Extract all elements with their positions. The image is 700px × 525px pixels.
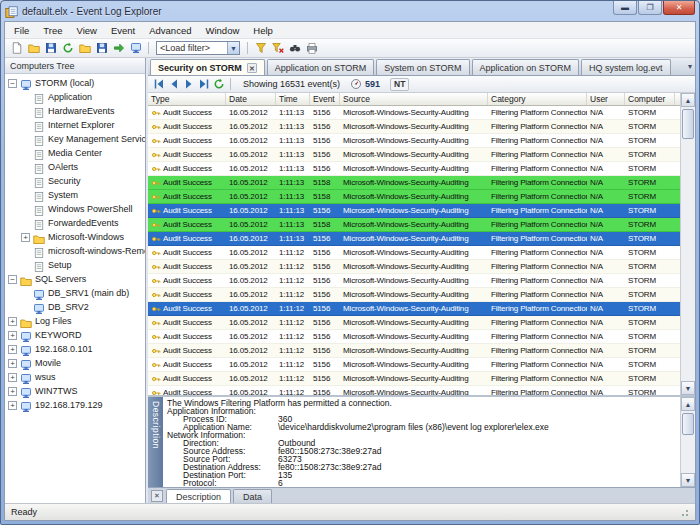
menu-advanced[interactable]: Advanced (142, 24, 198, 37)
open-workspace-icon[interactable] (25, 40, 42, 56)
first-event-icon[interactable] (151, 77, 166, 91)
column-header-computer[interactable]: Computer (625, 93, 675, 105)
load-log-icon[interactable] (110, 40, 127, 56)
tree-item-storm-local[interactable]: −STORM (local) (5, 76, 145, 90)
desc-scroll-track[interactable] (681, 411, 695, 473)
description-scrollbar[interactable]: ▲ ▼ (680, 397, 695, 487)
close-panel-icon[interactable]: ✕ (151, 490, 163, 502)
refresh-view-icon[interactable] (211, 77, 226, 91)
new-workspace-icon[interactable] (8, 40, 25, 56)
close-icon[interactable]: ✕ (663, 1, 695, 15)
titlebar[interactable]: default.elx - Event Log Explorer ▬ ❐ ✕ (1, 1, 699, 21)
tab-application-on-storm[interactable]: Application on STORM (267, 59, 374, 75)
expand-icon[interactable]: + (8, 373, 17, 382)
tree-item-movile[interactable]: +Movile (5, 356, 145, 370)
table-row[interactable]: Audit Success16.05.20121:11:135156Micros… (148, 232, 680, 246)
tab-hq-system-log-evt[interactable]: HQ system log.evt (581, 59, 671, 75)
desc-scroll-up-icon[interactable]: ▲ (681, 397, 695, 411)
tree-item-application[interactable]: Application (5, 90, 145, 104)
menu-event[interactable]: Event (104, 24, 142, 37)
table-row[interactable]: Audit Success16.05.20121:11:135158Micros… (148, 176, 680, 190)
table-row[interactable]: Audit Success16.05.20121:11:125156Micros… (148, 288, 680, 302)
tab-list-chevron-icon[interactable]: ▾ (688, 62, 692, 71)
maximize-icon[interactable]: ❐ (638, 1, 662, 15)
chevron-down-icon[interactable]: ▼ (227, 42, 239, 54)
tree-item-oalerts[interactable]: OAlerts (5, 160, 145, 174)
grid-scrollbar[interactable]: ▲ ▼ (680, 93, 695, 395)
description-side-tab[interactable]: Description (148, 397, 163, 487)
tree-item-log-files[interactable]: +Log Files (5, 314, 145, 328)
tree-item-keyword[interactable]: +KEYWORD (5, 328, 145, 342)
column-header-category[interactable]: Category (488, 93, 587, 105)
column-header-source[interactable]: Source (340, 93, 488, 105)
tree-item-system[interactable]: System (5, 188, 145, 202)
column-header-event[interactable]: Event (310, 93, 340, 105)
tree-item-hardwareevents[interactable]: HardwareEvents (5, 104, 145, 118)
scroll-up-icon[interactable]: ▲ (681, 93, 695, 107)
save-workspace-icon[interactable] (42, 40, 59, 56)
tree-item-internet-explorer[interactable]: Internet Explorer (5, 118, 145, 132)
tree-item-db-srv1-main-db[interactable]: DB_SRV1 (main db) (5, 286, 145, 300)
table-row[interactable]: Audit Success16.05.20121:11:125156Micros… (148, 386, 680, 395)
print-icon[interactable] (303, 40, 320, 56)
bottom-tab-description[interactable]: Description (166, 489, 231, 503)
table-row[interactable]: Audit Success16.05.20121:11:125156Micros… (148, 274, 680, 288)
expand-icon[interactable]: + (8, 387, 17, 396)
minimize-icon[interactable]: ▬ (613, 1, 637, 15)
tree-item-setup[interactable]: Setup (5, 258, 145, 272)
last-event-icon[interactable] (196, 77, 211, 91)
collapse-icon[interactable]: − (8, 275, 17, 284)
menu-tree[interactable]: Tree (36, 24, 69, 37)
tab-application-on-storm[interactable]: Application on STORM (472, 59, 579, 75)
desc-scroll-down-icon[interactable]: ▼ (681, 473, 695, 487)
tree-item-media-center[interactable]: Media Center (5, 146, 145, 160)
tab-system-on-storm[interactable]: System on STORM (376, 59, 469, 75)
menu-help[interactable]: Help (246, 24, 280, 37)
tab-security-on-storm[interactable]: Security on STORM✕ (150, 59, 265, 75)
expand-icon[interactable]: + (8, 331, 17, 340)
expand-icon[interactable]: + (21, 233, 30, 242)
table-row[interactable]: Audit Success16.05.20121:11:135156Micros… (148, 120, 680, 134)
tree-item-sql-servers[interactable]: −SQL Servers (5, 272, 145, 286)
prev-event-icon[interactable] (166, 77, 181, 91)
table-row[interactable]: Audit Success16.05.20121:11:135158Micros… (148, 218, 680, 232)
tree-item-key-management-service[interactable]: Key Management Service (5, 132, 145, 146)
table-row[interactable]: Audit Success16.05.20121:11:125156Micros… (148, 302, 680, 316)
desc-scrollbar-thumb[interactable] (682, 413, 694, 435)
tree-item-microsoft-windows-remotedesktop[interactable]: microsoft-windows-RemoteDesktop (5, 244, 145, 258)
table-row[interactable]: Audit Success16.05.20121:11:125156Micros… (148, 260, 680, 274)
menu-view[interactable]: View (70, 24, 104, 37)
table-row[interactable]: Audit Success16.05.20121:11:135156Micros… (148, 148, 680, 162)
scrollbar-thumb[interactable] (682, 109, 694, 139)
event-rate-gauge-icon[interactable] (348, 77, 363, 91)
expand-icon[interactable]: + (8, 401, 17, 410)
next-event-icon[interactable] (181, 77, 196, 91)
filter-icon[interactable] (252, 40, 269, 56)
tree-item-forwardedevents[interactable]: ForwardedEvents (5, 216, 145, 230)
table-row[interactable]: Audit Success16.05.20121:11:135158Micros… (148, 190, 680, 204)
tree-item-security[interactable]: Security (5, 174, 145, 188)
column-header-user[interactable]: User (587, 93, 625, 105)
find-event-icon[interactable] (286, 40, 303, 56)
tab-close-icon[interactable]: ✕ (247, 63, 257, 73)
table-row[interactable]: Audit Success16.05.20121:11:125156Micros… (148, 344, 680, 358)
clear-filter-icon[interactable] (269, 40, 286, 56)
table-row[interactable]: Audit Success16.05.20121:11:125156Micros… (148, 330, 680, 344)
table-row[interactable]: Audit Success16.05.20121:11:135156Micros… (148, 162, 680, 176)
open-log-file-icon[interactable] (76, 40, 93, 56)
tree-item-win7tws[interactable]: +WIN7TWS (5, 384, 145, 398)
resize-grip[interactable] (679, 507, 689, 517)
column-header-type[interactable]: Type (148, 93, 226, 105)
tree-item-192-168-0-101[interactable]: +192.168.0.101 (5, 342, 145, 356)
table-row[interactable]: Audit Success16.05.20121:11:135156Micros… (148, 204, 680, 218)
table-row[interactable]: Audit Success16.05.20121:11:135156Micros… (148, 134, 680, 148)
save-log-file-icon[interactable] (93, 40, 110, 56)
expand-icon[interactable]: + (8, 359, 17, 368)
tree-item-wsus[interactable]: +wsus (5, 370, 145, 384)
collapse-icon[interactable]: − (8, 79, 17, 88)
tree-item-192-168-179-129[interactable]: +192.168.179.129 (5, 398, 145, 412)
table-row[interactable]: Audit Success16.05.20121:11:135156Micros… (148, 106, 680, 120)
refresh-log-icon[interactable] (59, 40, 76, 56)
tree-item-microsoft-windows[interactable]: +Microsoft-Windows (5, 230, 145, 244)
scroll-track[interactable] (681, 107, 695, 381)
